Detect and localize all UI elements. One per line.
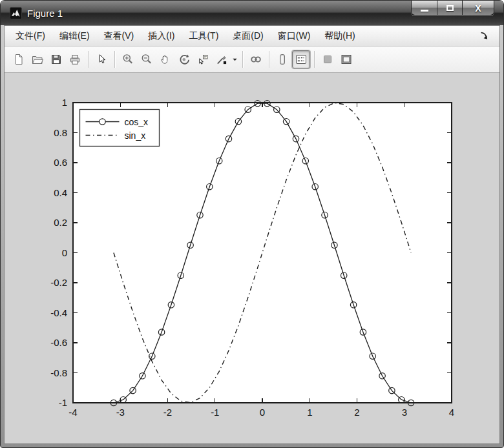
y-tick-label: 0.4 — [54, 187, 67, 198]
figure-window: Figure 1 X 文件(F)编辑(E)查看(V)插入(I)工具(T)桌面(D… — [0, 0, 504, 448]
menu-item-help[interactable]: 帮助(H) — [317, 28, 362, 45]
y-tick-label: -0.8 — [50, 367, 67, 378]
x-tick-label: -4 — [68, 407, 77, 418]
toolbar-separator — [242, 51, 243, 68]
x-tick-label: -3 — [116, 407, 125, 418]
data-cursor-button[interactable] — [194, 50, 212, 68]
plot-area[interactable] — [73, 103, 452, 403]
zoom-in-button[interactable] — [119, 50, 137, 68]
close-button[interactable]: X — [462, 1, 494, 15]
menu-item-view[interactable]: 查看(V) — [97, 28, 142, 45]
new-figure-button[interactable] — [10, 50, 28, 68]
minimize-button[interactable] — [412, 1, 437, 15]
menu-item-file[interactable]: 文件(F) — [8, 28, 52, 45]
x-tick-label: 2 — [354, 407, 359, 418]
x-tick-label: 1 — [307, 407, 312, 418]
y-tick-label: 0.6 — [54, 157, 67, 168]
y-tick-label: 0.2 — [54, 217, 67, 228]
save-figure-button[interactable] — [47, 50, 65, 68]
dock-figure-button[interactable] — [337, 50, 355, 68]
menu-item-insert[interactable]: 插入(I) — [141, 28, 182, 45]
y-tick-label: 1 — [62, 97, 67, 108]
close-icon: X — [475, 3, 481, 14]
matlab-logo-icon — [10, 7, 22, 19]
figure-axes[interactable]: -4-3-2-101234-1-0.8-0.6-0.4-0.200.20.40.… — [5, 73, 499, 443]
figure-client-area: 文件(F)编辑(E)查看(V)插入(I)工具(T)桌面(D)窗口(W)帮助(H)… — [4, 25, 500, 444]
pan-button[interactable] — [156, 50, 174, 68]
window-title: Figure 1 — [27, 8, 63, 19]
insert-legend-icon — [295, 53, 308, 66]
link-plot-button[interactable] — [247, 50, 265, 68]
toolbar-separator — [88, 51, 89, 68]
x-tick-label: 4 — [449, 407, 454, 418]
y-tick-label: -0.4 — [50, 307, 67, 318]
hide-plot-tools-icon — [321, 53, 334, 66]
menu-bar: 文件(F)编辑(E)查看(V)插入(I)工具(T)桌面(D)窗口(W)帮助(H) — [5, 26, 499, 46]
dock-figure-arrow-icon[interactable] — [479, 31, 489, 41]
maximize-button[interactable] — [437, 1, 462, 15]
edit-plot-button[interactable] — [92, 50, 110, 68]
minimize-icon — [421, 10, 428, 12]
titlebar[interactable]: Figure 1 X — [1, 1, 503, 25]
y-tick-label: 0.8 — [54, 127, 67, 138]
window-controls: X — [411, 1, 494, 15]
insert-colorbar-icon — [276, 53, 289, 66]
rotate-3d-icon — [178, 53, 191, 66]
link-plot-icon — [249, 53, 262, 66]
y-tick-label: -1 — [59, 397, 67, 408]
y-tick-label: -0.2 — [50, 277, 67, 288]
open-file-button[interactable] — [28, 50, 47, 68]
hide-plot-tools-button — [319, 50, 337, 68]
save-figure-icon — [50, 53, 63, 66]
open-file-icon — [31, 53, 44, 66]
data-cursor-icon — [196, 53, 209, 66]
x-tick-label: 0 — [260, 407, 265, 418]
x-tick-label: -1 — [211, 407, 219, 418]
figure-canvas[interactable]: -4-3-2-101234-1-0.8-0.6-0.4-0.200.20.40.… — [5, 73, 499, 443]
x-tick-label: -2 — [163, 407, 172, 418]
brush-dropdown-caret-icon[interactable] — [231, 50, 238, 68]
maximize-icon — [446, 5, 454, 11]
toolbar-separator — [314, 51, 315, 68]
zoom-in-icon — [121, 53, 134, 66]
print-figure-button[interactable] — [66, 50, 84, 68]
rotate-3d-button[interactable] — [175, 50, 193, 68]
insert-legend-button[interactable] — [292, 50, 310, 68]
toolbar — [5, 46, 499, 73]
toolbar-separator — [269, 51, 269, 68]
print-figure-icon — [68, 53, 81, 66]
new-figure-icon — [12, 53, 25, 66]
menu-item-edit[interactable]: 编辑(E) — [52, 28, 97, 45]
edit-plot-icon — [95, 53, 108, 66]
toolbar-separator — [114, 51, 115, 68]
pan-icon — [159, 53, 172, 66]
x-tick-label: 3 — [402, 407, 407, 418]
zoom-out-button[interactable] — [138, 50, 156, 68]
svg-text:sin_x: sin_x — [125, 130, 146, 141]
zoom-out-icon — [140, 53, 153, 66]
insert-colorbar-button[interactable] — [273, 50, 291, 68]
menu-item-desktop[interactable]: 桌面(D) — [226, 28, 270, 45]
menu-item-window[interactable]: 窗口(W) — [271, 28, 318, 45]
svg-text:cos_x: cos_x — [125, 117, 149, 127]
legend[interactable]: cos_xsin_x — [80, 110, 160, 147]
y-tick-label: -0.6 — [50, 337, 67, 348]
menu-item-tools[interactable]: 工具(T) — [182, 28, 226, 45]
y-tick-label: 0 — [62, 247, 67, 258]
brush-button[interactable] — [213, 50, 231, 68]
brush-icon — [215, 53, 228, 66]
dock-figure-icon — [340, 53, 353, 66]
